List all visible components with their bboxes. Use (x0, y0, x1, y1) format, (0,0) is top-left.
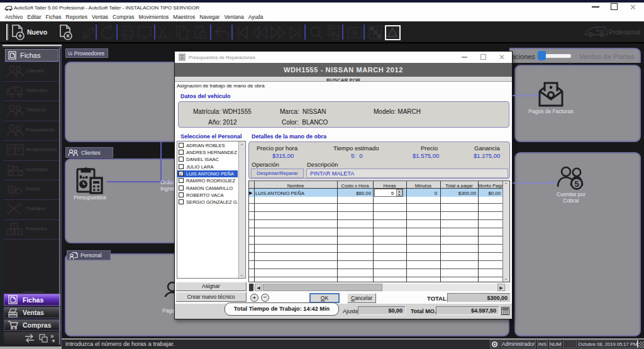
svg-text:5: 5 (574, 179, 579, 189)
